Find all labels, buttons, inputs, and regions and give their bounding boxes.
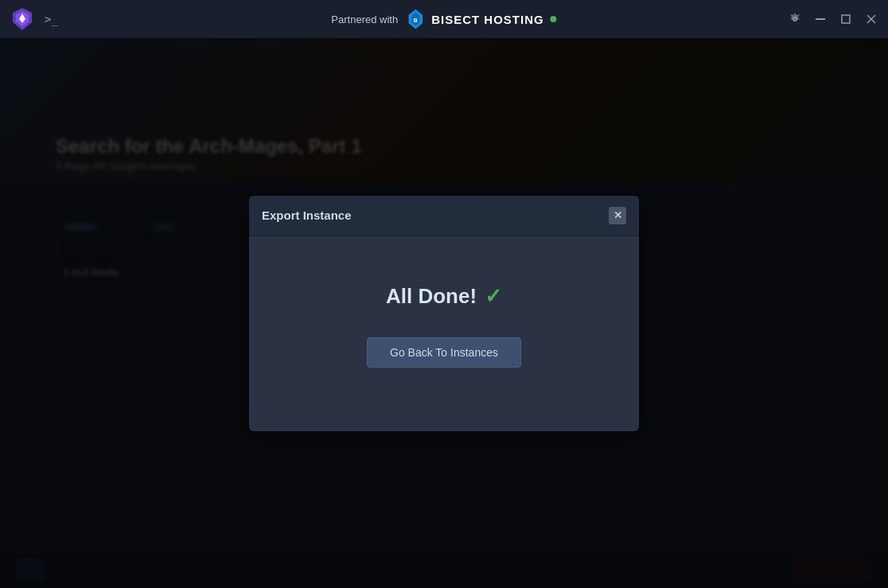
- titlebar-left: >_: [10, 6, 58, 32]
- titlebar: >_ Partnered with B BISECT HOSTING: [0, 0, 888, 38]
- export-instance-modal: Export Instance ✕ All Done! ✓ Go Back To…: [249, 196, 639, 431]
- modal-close-button[interactable]: ✕: [609, 207, 626, 224]
- svg-rect-5: [816, 18, 825, 20]
- minimize-button[interactable]: [813, 12, 828, 26]
- all-done-label: All Done!: [386, 284, 477, 309]
- main-content: Search for the Arch-Mages, Part 1 4 Mage…: [0, 38, 888, 588]
- go-back-button[interactable]: Go Back To Instances: [367, 337, 521, 368]
- modal-overlay: Export Instance ✕ All Done! ✓ Go Back To…: [0, 38, 888, 588]
- modal-header: Export Instance ✕: [249, 196, 639, 236]
- online-status-dot: [551, 16, 557, 22]
- terminal-icon[interactable]: >_: [45, 13, 58, 25]
- partnered-with-label: Partnered with: [331, 14, 398, 25]
- bisect-name-label: BISECT HOSTING: [431, 13, 544, 26]
- svg-text:B: B: [414, 18, 418, 23]
- bisect-logo: B BISECT HOSTING: [404, 8, 544, 30]
- titlebar-center: Partnered with B BISECT HOSTING: [331, 8, 556, 30]
- svg-rect-6: [842, 15, 850, 23]
- settings-button[interactable]: [788, 12, 802, 26]
- titlebar-controls: [788, 12, 878, 26]
- maximize-button[interactable]: [839, 12, 853, 26]
- checkmark-icon: ✓: [485, 284, 502, 309]
- modal-title: Export Instance: [262, 208, 352, 222]
- bisect-diamond-icon: B: [404, 8, 426, 30]
- app-logo-icon: [10, 6, 35, 32]
- close-button[interactable]: [864, 12, 878, 26]
- modal-body: All Done! ✓ Go Back To Instances: [249, 236, 639, 431]
- all-done-container: All Done! ✓: [386, 284, 502, 309]
